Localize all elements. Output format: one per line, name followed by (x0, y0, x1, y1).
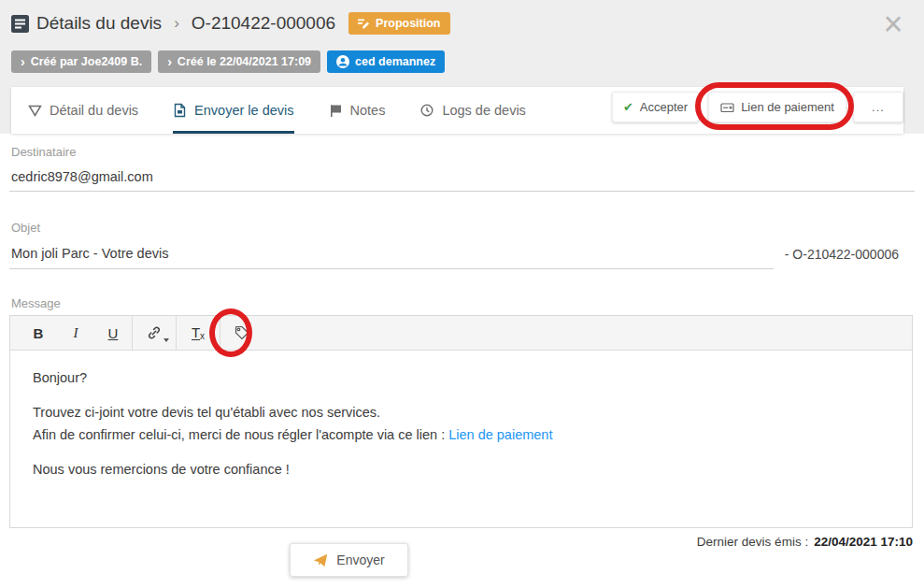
document-lines-icon (11, 15, 29, 33)
message-line: Afin de confirmer celui-ci, merci de nou… (33, 423, 889, 446)
pen-lines-icon (358, 18, 370, 29)
underline-button[interactable]: U (94, 316, 132, 350)
subject-label: Objet (11, 221, 40, 235)
subject-input[interactable]: Mon joli Parc - Votre devis (11, 246, 168, 261)
send-document-icon (173, 103, 187, 118)
history-clock-icon (419, 103, 434, 118)
tab-label: Notes (350, 103, 386, 118)
tab-label: Logs de devis (442, 103, 525, 118)
last-sent-value: 22/04/2021 17:10 (814, 535, 913, 549)
message-line: Nous vous remercions de votre confiance … (33, 458, 889, 480)
last-sent-label: Dernier devis émis : (697, 535, 808, 549)
message-editor: B I U Tx Bonjour? Trouvez ci (9, 315, 913, 528)
close-button[interactable]: × (873, 4, 914, 45)
accept-button[interactable]: ✔ Accepter (612, 92, 699, 122)
insert-tag-button[interactable] (220, 316, 263, 350)
recipient-input[interactable]: cedric8978@gmail.com (11, 169, 153, 184)
created-by-label: Créé par Joe2409 B. (31, 55, 143, 68)
tag-icon (235, 325, 249, 340)
accept-button-label: Accepter (640, 100, 688, 114)
customer-badge-label: ced demannez (355, 55, 435, 68)
clear-formatting-button[interactable]: Tx (177, 316, 220, 350)
subject-suffix: - O-210422-000006 (785, 247, 899, 262)
link-icon (147, 325, 162, 340)
clear-formatting-t: T (192, 325, 200, 340)
info-badges-row: › Créé par Joe2409 B. › Créé le 22/04/20… (11, 50, 445, 73)
breadcrumb-separator: › (174, 14, 179, 33)
quote-details-modal: Détails du devis › O-210422-000006 Propo… (0, 0, 924, 588)
payment-card-icon (720, 101, 734, 114)
italic-button[interactable]: I (57, 316, 94, 350)
chevron-right-icon: › (21, 55, 25, 68)
message-line-prefix: Afin de confirmer celui-ci, merci de nou… (33, 427, 448, 442)
payment-link-button[interactable]: Lien de paiement (708, 92, 846, 122)
header: Détails du devis › O-210422-000006 Propo… (11, 12, 450, 35)
clear-formatting-x: x (200, 331, 205, 341)
status-badge-label: Proposition (376, 17, 440, 30)
last-sent-status: Dernier devis émis :22/04/2021 17:10 (697, 535, 913, 549)
customer-badge[interactable]: ced demannez (327, 50, 445, 73)
more-actions-button[interactable]: ... (853, 92, 903, 122)
status-badge: Proposition (348, 12, 449, 35)
send-button-label: Envoyer (336, 552, 384, 567)
quote-number: O-210422-000006 (192, 13, 335, 34)
created-by-badge[interactable]: › Créé par Joe2409 B. (11, 50, 151, 73)
chevron-right-icon: › (167, 55, 172, 68)
tab-logs-de-devis[interactable]: Logs de devis (419, 87, 525, 134)
dropdown-caret-icon (163, 338, 169, 342)
message-label: Message (11, 296, 61, 310)
check-icon: ✔ (623, 100, 633, 114)
recipient-underline (9, 191, 915, 192)
ellipsis-icon: ... (872, 100, 885, 114)
subject-underline (9, 268, 774, 269)
insert-link-button[interactable] (133, 316, 176, 350)
created-date-label: Créé le 22/04/2021 17:09 (178, 55, 311, 68)
payment-link-button-label: Lien de paiement (741, 100, 834, 114)
message-body-input[interactable]: Bonjour? Trouvez ci-joint votre devis te… (10, 351, 912, 496)
paper-plane-icon (313, 553, 328, 567)
message-line: Bonjour? (33, 366, 889, 389)
editor-toolbar: B I U Tx (10, 316, 912, 351)
tab-detail-du-devis[interactable]: Détail du devis (28, 87, 138, 134)
tab-label: Détail du devis (50, 103, 138, 118)
tab-label: Envoyer le devis (194, 103, 293, 118)
bold-button[interactable]: B (20, 316, 57, 350)
payment-link-anchor[interactable]: Lien de paiement (448, 427, 552, 442)
send-button[interactable]: Envoyer (290, 543, 408, 577)
tab-notes[interactable]: Notes (329, 87, 386, 134)
created-date-badge[interactable]: › Créé le 22/04/2021 17:09 (158, 50, 320, 73)
funnel-icon (28, 105, 42, 117)
recipient-label: Destinataire (11, 145, 76, 159)
tab-envoyer-le-devis[interactable]: Envoyer le devis (173, 87, 293, 134)
flag-icon (329, 104, 343, 118)
message-line: Trouvez ci-joint votre devis tel qu'étab… (33, 401, 889, 423)
user-avatar-icon (336, 55, 349, 68)
page-title: Détails du devis (36, 13, 162, 34)
